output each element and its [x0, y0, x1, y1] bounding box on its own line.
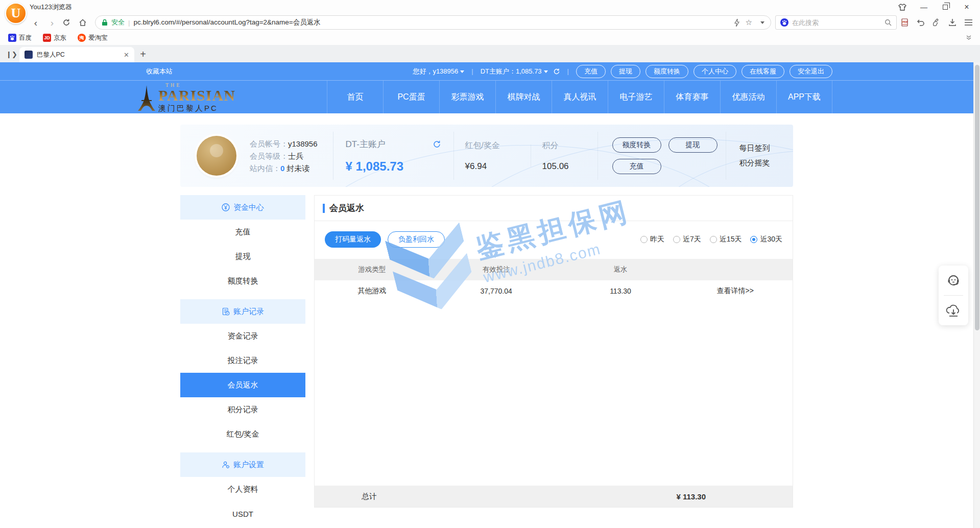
- close-icon[interactable]: ×: [963, 3, 971, 11]
- nav-item-pcdd[interactable]: PC蛋蛋: [383, 81, 439, 113]
- tab-panel-toggle-icon[interactable]: ❙❯: [4, 47, 19, 61]
- browser-logo-letter: U: [11, 6, 21, 21]
- col-game-type: 游戏类型: [315, 265, 429, 274]
- date-filters: 昨天 近7天 近15天 近30天: [640, 235, 782, 244]
- nav-item-home[interactable]: 首页: [327, 81, 383, 113]
- wallet-balance: ¥ 1,085.73: [346, 159, 453, 174]
- sidebar-section-funds[interactable]: 资金中心: [180, 195, 305, 220]
- main-account-dropdown[interactable]: DT主账户：1,085.73: [481, 67, 548, 76]
- chevron-down-icon: [460, 70, 464, 73]
- titlebar: You123浏览器 — ×: [0, 0, 980, 14]
- topbar-deposit-button[interactable]: 充值: [576, 65, 606, 78]
- filter-15days[interactable]: 近15天: [710, 235, 742, 244]
- nav-item-egames[interactable]: 电子游艺: [608, 81, 664, 113]
- nav-item-app-download[interactable]: APP下载: [776, 81, 832, 113]
- filter-30days[interactable]: 近30天: [750, 235, 782, 244]
- sidebar-item-profile[interactable]: 个人资料: [180, 477, 305, 501]
- tab-favicon: [25, 51, 33, 59]
- undo-icon[interactable]: [917, 18, 925, 27]
- address-dropdown-icon[interactable]: [760, 21, 764, 24]
- sidebar-item-points-records[interactable]: 积分记录: [180, 397, 305, 422]
- topbar-transfer-button[interactable]: 额度转换: [646, 65, 688, 78]
- menu-icon[interactable]: [964, 19, 973, 26]
- security-label: 安全: [111, 18, 125, 27]
- scrollbar-thumb[interactable]: [975, 65, 979, 330]
- mail-count[interactable]: 0: [280, 164, 284, 172]
- cleaner-icon[interactable]: [933, 18, 941, 27]
- search-box[interactable]: [775, 15, 897, 30]
- tab-close-icon[interactable]: ✕: [124, 51, 129, 59]
- table-row: 其他游戏 37,770.04 113.30 查看详情>>: [315, 280, 793, 302]
- filter-yesterday[interactable]: 昨天: [640, 235, 664, 244]
- search-input[interactable]: [792, 19, 881, 27]
- flash-icon[interactable]: [734, 19, 739, 27]
- panel-withdraw-button[interactable]: 提现: [668, 137, 718, 153]
- site-topbar: 收藏本站 您好，y138956 | DT主账户：1,085.73 | 充值 提现…: [0, 62, 980, 81]
- refresh-icon[interactable]: [553, 68, 560, 75]
- sidebar-section-records[interactable]: 账户记录: [180, 299, 305, 324]
- site-logo[interactable]: THE PARISIAN 澳门巴黎人PC: [138, 83, 235, 112]
- topbar-withdraw-button[interactable]: 提现: [611, 65, 640, 78]
- home-icon[interactable]: [79, 18, 91, 27]
- bookmarks-collapse-icon[interactable]: [966, 35, 972, 40]
- site-viewport: 收藏本站 您好，y138956 | DT主账户：1,085.73 | 充值 提现…: [0, 62, 980, 528]
- page-title: 会员返水: [329, 202, 364, 214]
- topbar-personal-center-button[interactable]: 个人中心: [694, 65, 736, 78]
- bookmark-jd[interactable]: JD 京东: [43, 34, 66, 42]
- sidebar-section-settings[interactable]: 账户设置: [180, 452, 305, 477]
- nav-item-live[interactable]: 真人视讯: [552, 81, 608, 113]
- wallet-refresh-icon[interactable]: [433, 140, 441, 149]
- favorite-site-link[interactable]: 收藏本站: [146, 67, 173, 76]
- new-tab-button[interactable]: +: [134, 47, 152, 61]
- bookmark-star-icon[interactable]: ☆: [746, 18, 752, 27]
- view-details-link[interactable]: 查看详情>>: [678, 286, 793, 296]
- panel-deposit-button[interactable]: 充值: [612, 159, 661, 174]
- radio-icon: [710, 236, 717, 243]
- sidebar-item-bet-records[interactable]: 投注记录: [180, 348, 305, 373]
- customer-service-icon[interactable]: [939, 266, 968, 295]
- tab-bet-volume-rebate[interactable]: 打码量返水: [325, 231, 381, 248]
- sidebar-item-member-rebate[interactable]: 会员返水: [180, 373, 305, 397]
- sidebar-item-usdt[interactable]: USDT: [180, 501, 305, 526]
- account-label: 会员帐号：: [250, 140, 288, 148]
- topbar-customer-service-button[interactable]: 在线客服: [742, 65, 784, 78]
- tab-negative-profit-rebate[interactable]: 负盈利回水: [388, 231, 445, 248]
- restore-icon[interactable]: [941, 3, 949, 11]
- baidu-paw-icon: [8, 34, 16, 42]
- filter-7days[interactable]: 近7天: [673, 235, 701, 244]
- sidebar-item-fund-records[interactable]: 资金记录: [180, 324, 305, 348]
- nav-item-chess[interactable]: 棋牌对战: [495, 81, 552, 113]
- topbar-logout-button[interactable]: 安全退出: [790, 65, 832, 78]
- panel-transfer-button[interactable]: 额度转换: [612, 137, 661, 153]
- nav-item-sports[interactable]: 体育赛事: [664, 81, 720, 113]
- skin-icon[interactable]: [898, 3, 906, 11]
- nav-item-promos[interactable]: 优惠活动: [720, 81, 776, 113]
- daily-signin-link[interactable]: 每日签到: [739, 143, 770, 153]
- greeting-dropdown[interactable]: 您好，y138956: [413, 67, 464, 76]
- points-lottery-link[interactable]: 积分摇奖: [739, 158, 770, 168]
- cloud-download-icon[interactable]: [939, 296, 968, 325]
- download-icon[interactable]: [948, 18, 957, 27]
- sidebar-item-deposit[interactable]: 充值: [180, 220, 305, 244]
- forward-icon[interactable]: ›: [46, 18, 58, 28]
- points-label: 积分: [542, 140, 597, 151]
- rebate-table: 游戏类型 有效投注 返水 其他游戏 37,770.04 113.30 查看详情>…: [315, 259, 793, 507]
- nav-item-lottery[interactable]: 彩票游戏: [439, 81, 495, 113]
- cell-valid-bets: 37,770.04: [429, 287, 563, 295]
- address-bar[interactable]: 安全 | pc.blryl6.com/#/personal/accountLog…: [95, 15, 771, 30]
- content-area: 资金中心 充值 提现 额度转换 账户记录 资金记录 投注记录 会员返水 积分记录…: [180, 195, 793, 526]
- reload-icon[interactable]: [62, 18, 75, 27]
- pdf-tool-icon[interactable]: PDF: [901, 18, 909, 27]
- back-icon[interactable]: ‹: [30, 18, 42, 28]
- browser-toolbar: ‹ › 安全 | pc.blryl6.com/#/personal/accoun…: [0, 14, 980, 31]
- search-icon[interactable]: [885, 19, 892, 26]
- level-label: 会员等级：: [250, 152, 288, 160]
- sidebar-item-redpacket-bonus[interactable]: 红包/奖金: [180, 422, 305, 446]
- minimize-icon[interactable]: —: [920, 3, 928, 11]
- page-scrollbar[interactable]: [973, 62, 980, 528]
- bookmark-taobao[interactable]: 淘 爱淘宝: [78, 34, 108, 42]
- sidebar-item-withdraw[interactable]: 提现: [180, 244, 305, 269]
- sidebar-item-transfer[interactable]: 额度转换: [180, 269, 305, 293]
- bookmark-baidu[interactable]: 百度: [8, 34, 32, 42]
- active-tab[interactable]: 巴黎人PC ✕: [19, 47, 134, 62]
